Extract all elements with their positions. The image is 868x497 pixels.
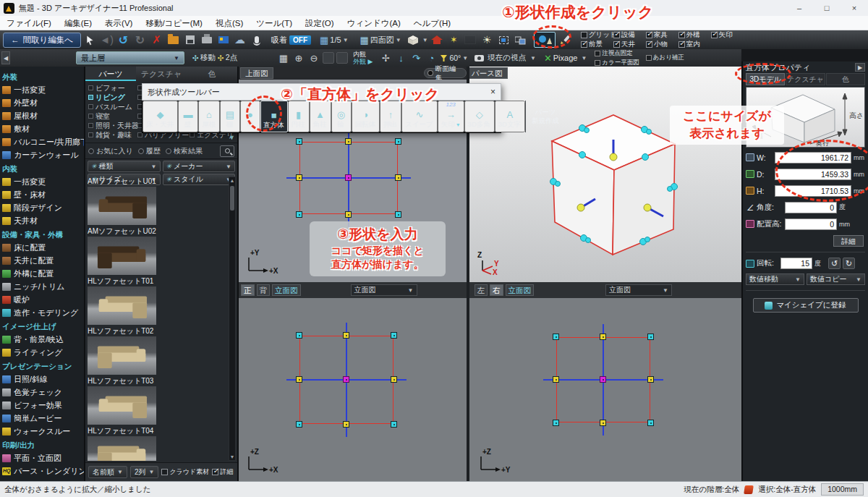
display-checkbox[interactable]: 室内 — [678, 41, 711, 49]
furniture-item[interactable]: HLソファセットT01 — [88, 276, 156, 326]
panel-expand-icon[interactable]: ▶ — [855, 63, 865, 72]
display-checkbox[interactable]: 矢印 — [711, 31, 744, 40]
shape-tool-button[interactable]: ◇ 3D多角 — [464, 101, 495, 132]
media-icon[interactable] — [216, 33, 231, 48]
gaze-lock-checkbox[interactable]: 注視点固定 — [595, 49, 639, 58]
scroll-down-icon[interactable]: ▼ — [229, 454, 235, 459]
elevation-input[interactable]: 0 — [785, 218, 837, 230]
scroll-up-icon[interactable]: ▲ — [229, 178, 235, 183]
layout-panes-icon[interactable] — [513, 33, 528, 48]
front-elevation-viewport[interactable]: +Z +X — [239, 298, 467, 481]
shape-tool-button[interactable]: ▬ 壁 — [178, 101, 198, 132]
pixage-dropdown[interactable]: ✕Pixage▼ — [544, 53, 587, 64]
furniture-item[interactable]: HLソファセットT03 — [88, 376, 156, 426]
detail-button[interactable]: 詳細 — [833, 235, 864, 247]
tab-top-view[interactable]: 上面図 — [240, 67, 273, 79]
sidebar-item[interactable]: 外壁材 — [2, 96, 84, 109]
category-item[interactable]: 照明・天井器具 — [88, 121, 137, 130]
side-elevation-viewport[interactable]: +Z +Y — [469, 298, 741, 481]
tab-parts[interactable]: パーツ — [85, 67, 136, 81]
furniture-item[interactable]: AMソファセットU01 — [88, 177, 156, 226]
sidebar-item[interactable]: カーテンウォール — [2, 148, 84, 161]
filter-search-results[interactable]: 検索結果 — [166, 146, 203, 156]
zoom-in-icon[interactable]: ⊕ — [292, 53, 305, 64]
sidebar-item[interactable]: ライティング — [2, 346, 84, 359]
new-part-button[interactable]: パーツ新規作成 — [525, 101, 565, 132]
microphone-icon[interactable] — [249, 33, 264, 48]
sidebar-item[interactable]: ニッチ/トリム — [2, 280, 84, 293]
tab-elevation-right-pane[interactable]: 立面図 — [506, 284, 535, 296]
shape-tool-button[interactable]: ◑ 回転体 — [352, 101, 380, 132]
category-item[interactable]: 雑貨・趣味 — [88, 130, 137, 140]
box-shape-top-view[interactable] — [299, 142, 398, 214]
tab-left-elevation[interactable]: 左 — [475, 284, 488, 296]
print-icon[interactable] — [199, 33, 214, 48]
sidebar-item[interactable]: 屋根材 — [2, 109, 84, 122]
menu-item[interactable]: ファイル(F) — [0, 16, 58, 30]
tab-color-props[interactable]: 色 — [826, 73, 865, 85]
quad-view-dropdown[interactable]: ▦ 四面図▼ — [357, 35, 404, 46]
menu-item[interactable]: 表示(V) — [98, 16, 139, 30]
shape-tool-button[interactable]: A 3D文字 — [495, 101, 525, 132]
category-item[interactable]: リビング — [88, 93, 137, 102]
walkthrough-icon[interactable] — [323, 52, 334, 64]
orbit-icon[interactable]: ◔ — [425, 53, 438, 64]
angle-input[interactable]: 0 — [785, 202, 837, 213]
cloud-material-checkbox[interactable]: クラウド素材 — [161, 467, 209, 477]
drop-icon[interactable]: ↓ — [394, 53, 407, 64]
sidebar-item[interactable]: パース・レンダリング — [2, 464, 84, 477]
sidebar-item[interactable]: 色覚チェック — [2, 386, 84, 399]
sidebar-item[interactable]: 天井材 — [2, 214, 84, 227]
sidebar-item[interactable]: 外構に配置 — [2, 267, 84, 280]
maximize-button[interactable]: □ — [813, 0, 841, 16]
menu-item[interactable]: 視点(S) — [209, 16, 250, 30]
shape-tool-button[interactable]: ⌂ 屋根 — [198, 101, 220, 132]
display-checkbox[interactable]: 小物 — [646, 41, 678, 49]
sidebar-item[interactable]: 階段デザイン — [2, 201, 84, 214]
rotate-cw-button[interactable]: ↻ — [843, 258, 855, 269]
furniture-item[interactable]: AMソファセットU02 — [88, 226, 156, 276]
box-shape-front-view[interactable] — [299, 336, 393, 424]
sidebar-item[interactable]: バルコニー/共用廊下 — [2, 135, 84, 148]
sidebar-item[interactable]: ビフォー効果 — [2, 399, 84, 412]
display-checkbox[interactable]: 家具 — [646, 31, 678, 40]
detail-checkbox[interactable]: 詳細 — [212, 467, 233, 477]
numeric-move-dropdown[interactable]: 数値移動▼ — [746, 273, 804, 285]
category-item[interactable]: バスルーム — [88, 102, 137, 111]
solid-view-icon[interactable] — [406, 33, 421, 48]
rotate-view-icon[interactable]: ↷ — [409, 53, 422, 64]
sort-dropdown[interactable]: 名前順▼ — [88, 466, 127, 478]
display-checkbox[interactable]: グリッド — [581, 31, 613, 40]
sidebar-item[interactable]: 床に配置 — [2, 241, 84, 254]
tab-back-elevation[interactable]: 背 — [257, 284, 271, 296]
tab-texture[interactable]: テクスチャ — [136, 67, 187, 81]
rotate-input[interactable]: 15 — [780, 258, 812, 269]
selection-frame-icon[interactable] — [496, 33, 511, 48]
menu-item[interactable]: ヘルプ(H) — [407, 16, 457, 30]
sidebar-item[interactable]: 簡単ムービー — [2, 412, 84, 425]
menu-item[interactable]: 設定(O) — [299, 16, 341, 30]
parts-scrollbar[interactable]: ▲ ▼ — [229, 177, 236, 461]
maker-dropdown[interactable]: ✳メーカー▼ — [163, 161, 236, 172]
tilt-correction-checkbox[interactable]: あおり補正 — [646, 54, 684, 62]
pan-icon[interactable]: ✢ — [379, 53, 392, 64]
kind-dropdown[interactable]: ✳種類▼ — [88, 161, 161, 172]
minimize-button[interactable]: – — [786, 0, 813, 16]
roof-display-icon[interactable] — [430, 33, 445, 48]
fov-control[interactable]: 60°▼ — [440, 54, 468, 62]
brightness-icon[interactable]: ☀ — [480, 33, 495, 48]
furniture-item[interactable]: HLソファセットT02 — [88, 326, 156, 376]
cloud-upload-icon[interactable]: ☁ — [232, 33, 247, 48]
move-tool[interactable]: ✣移動 — [192, 53, 216, 63]
shape-tool-button[interactable]: ∿ スイープ — [401, 101, 438, 132]
elevation-dropdown-left[interactable]: 立面図▼ — [351, 284, 417, 296]
category-item[interactable]: 寝室 — [88, 111, 137, 121]
filter-favorites[interactable]: お気に入り — [88, 146, 133, 156]
shape-tool-button[interactable]: ▮ 円柱 — [288, 101, 310, 132]
zoom-out-icon[interactable]: ⊖ — [307, 53, 320, 64]
tab-right-elevation[interactable]: 右 — [490, 284, 503, 296]
search-button[interactable] — [220, 145, 234, 157]
speaker-icon[interactable]: ◄) — [99, 33, 114, 48]
redo-icon[interactable]: ↻ — [132, 33, 148, 48]
register-myshape-button[interactable]: マイシェイプに登録 — [753, 298, 859, 313]
